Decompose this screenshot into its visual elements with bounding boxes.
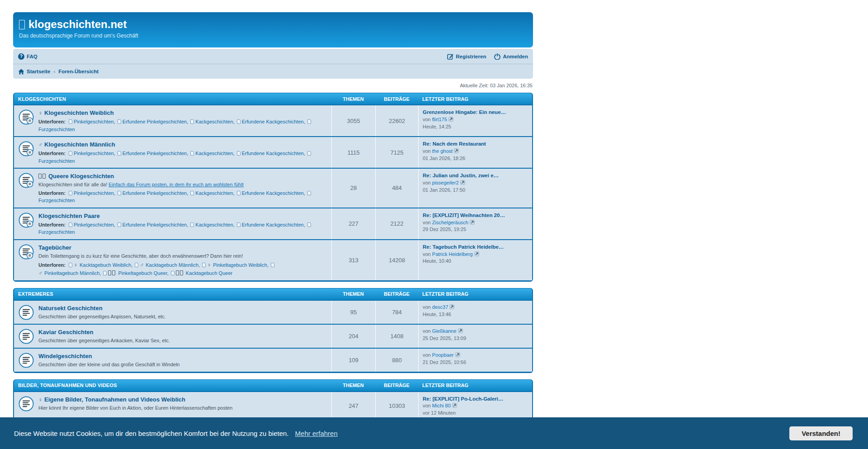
subforum-link[interactable]: Kackgeschichten <box>195 151 233 156</box>
subforum-link[interactable]: Pinkelgeschichten <box>74 222 114 227</box>
male-icon: ♂ <box>38 142 42 148</box>
posts-count: 10303 <box>375 392 418 421</box>
subforum-link[interactable]: Erfundene Pinkelgeschichten <box>123 119 187 124</box>
goto-last-post-icon <box>474 251 479 256</box>
breadcrumb-forum-overview-link[interactable]: Foren-Übersicht <box>58 69 99 74</box>
column-header-topics: THEMEN <box>331 96 375 102</box>
last-post-by: von pissegeiler2 <box>423 180 465 185</box>
subforum-link[interactable]: Erfundene Pinkelgeschichten <box>123 222 187 227</box>
topics-count: 109 <box>331 349 375 372</box>
forum-title-link[interactable]: Eigene Bilder, Tonaufnahmen und Videos W… <box>44 396 185 403</box>
topics-count: 1115 <box>331 137 375 168</box>
posts-count: 22602 <box>375 105 418 136</box>
subforum-list: Unterforen: Pinkelgeschichten, Erfundene… <box>38 150 328 165</box>
subforum-link[interactable]: Pinkeltagebuch Queer <box>118 270 167 276</box>
subforum-link[interactable]: Kacktagebuch Weiblich <box>80 262 131 268</box>
forum-title-link[interactable]: Klogeschichten Weiblich <box>44 109 114 116</box>
login-link[interactable]: Anmelden <box>494 53 528 60</box>
forum-title-link[interactable]: Kaviar Geschichten <box>38 329 93 336</box>
last-post-user-link[interactable]: Patrick Heidelberg <box>432 251 473 257</box>
breadcrumb-home-link[interactable]: Startseite <box>18 69 50 75</box>
last-post-topic-link[interactable]: Re: [EXPLIZIT] Weihnachten 20… <box>423 212 528 219</box>
subforum-link[interactable]: Erfundene Kackgeschichten <box>242 222 304 227</box>
category-title-link[interactable]: KLOGESCHICHTEN <box>14 96 331 102</box>
subforum-page-icon <box>307 191 311 195</box>
goto-last-post-icon <box>452 403 457 408</box>
last-post-user-link[interactable]: the ghost <box>432 148 453 154</box>
forum-title-line: Kaviar Geschichten <box>38 328 170 336</box>
subforum-link[interactable]: Erfundene Kackgeschichten <box>242 151 304 156</box>
goto-last-post-icon <box>455 352 460 357</box>
subforum-link[interactable]: Kackgeschichten <box>195 190 233 196</box>
last-post-user-link[interactable]: desc37 <box>432 304 448 310</box>
subforum-link[interactable]: Erfundene Kackgeschichten <box>242 119 304 124</box>
subforum-link[interactable]: Furzgeschichten <box>38 158 75 164</box>
cookie-accept-button[interactable]: Verstanden! <box>789 426 853 440</box>
column-header-last-post: LETZTER BEITRAG <box>418 383 532 388</box>
subforum-page-icon <box>271 263 274 267</box>
forum-texts: ♀Eigene Bilder, Tonaufnahmen und Videos … <box>38 395 232 411</box>
rainbow-flag-missing-glyph-icon <box>176 270 184 276</box>
last-post-topic-link[interactable]: Re: Tagebuch Patrick Heidelbe… <box>423 243 528 251</box>
subforum-page-icon <box>202 263 206 267</box>
forum-info-cell: Natursekt Geschichten Geschichten über g… <box>14 301 331 324</box>
forum-title-line: Klogeschichten Paare <box>38 212 328 220</box>
subforum-link[interactable]: Kacktagebuch Queer <box>186 270 232 276</box>
last-post-user-link[interactable]: Zischelgeräusch <box>432 220 468 225</box>
subforum-link[interactable]: Erfundene Pinkelgeschichten <box>123 190 187 196</box>
last-post-user-link[interactable]: pissegeiler2 <box>432 180 459 185</box>
subforum-link[interactable]: Pinkelgeschichten <box>74 119 114 124</box>
forum-title-link[interactable]: Klogeschichten Paare <box>38 213 100 219</box>
forum-description-link[interactable]: Einfach das Forum posten, in dem ihr euc… <box>108 182 243 187</box>
subforum-link[interactable]: Kackgeschichten <box>195 119 233 124</box>
subforum-link[interactable]: Furzgeschichten <box>38 127 75 132</box>
forum-row: Natursekt Geschichten Geschichten über g… <box>14 301 532 324</box>
last-post-user-link[interactable]: Gießkanne <box>432 328 457 334</box>
power-icon <box>494 53 500 60</box>
forum-list: KLOGESCHICHTEN THEMEN BEITRÄGE LETZTER B… <box>13 93 533 449</box>
subforum-link[interactable]: Erfundene Pinkelgeschichten <box>123 151 187 156</box>
column-header-last-post: LETZTER BEITRAG <box>418 291 532 297</box>
subforum-link[interactable]: Pinkelgeschichten <box>74 190 114 196</box>
forum-category: KLOGESCHICHTEN THEMEN BEITRÄGE LETZTER B… <box>13 93 533 282</box>
subforum-page-icon <box>69 191 72 195</box>
subforum-link[interactable]: Kackgeschichten <box>195 222 233 227</box>
last-post-user-link[interactable]: Michi 80 <box>432 403 451 408</box>
subforum-page-icon <box>171 271 175 275</box>
forum-title-link[interactable]: Tagebücher <box>38 244 71 251</box>
subforum-link[interactable]: Erfundene Kackgeschichten <box>242 190 304 196</box>
page-wrapper: klogeschichten.net Das deutschsprachige … <box>13 12 533 449</box>
cookie-learn-more-link[interactable]: Mehr erfahren <box>295 430 338 437</box>
subforum-link[interactable]: Pinkeltagebuch Weiblich <box>213 262 267 268</box>
last-post-cell: Re: Tagebuch Patrick Heidelbe… von Patri… <box>418 240 532 280</box>
forum-icon <box>18 109 34 125</box>
goto-last-post-icon <box>449 304 454 309</box>
subforum-link[interactable]: Kacktagebuch Männlich <box>146 262 198 268</box>
category-title-link[interactable]: BILDER, TONAUFNAHMEN UND VIDEOS <box>14 383 331 388</box>
forum-description: Geschichten über gegenseitiges Anpissen,… <box>38 313 166 320</box>
forum-title-link[interactable]: Klogeschichten Männlich <box>44 141 115 148</box>
subforum-page-icon <box>135 263 138 267</box>
category-title-link[interactable]: EXTREMERES <box>14 291 331 297</box>
last-post-topic-link[interactable]: Re: [EXPLICIT] Po-Loch-Galeri… <box>423 395 528 403</box>
last-post-topic-link[interactable]: Re: Julian und Justin, zwei e… <box>423 172 528 180</box>
last-post-user-link[interactable]: flirt175 <box>432 117 447 122</box>
subforum-link[interactable]: Furzgeschichten <box>38 229 75 235</box>
subforum-link[interactable]: Furzgeschichten <box>38 198 75 203</box>
subforum-link[interactable]: Pinkeltagebuch Männlich <box>44 270 99 276</box>
last-post-user-link[interactable]: Poopbaer <box>432 352 454 358</box>
forum-title-link[interactable]: Natursekt Geschichten <box>38 305 103 312</box>
forum-title-link[interactable]: Queere Klogeschichten <box>48 173 114 180</box>
last-post-topic-link[interactable]: Re: Nach dem Restaurant <box>423 140 528 148</box>
forum-row: Klogeschichten Paare Unterforen: Pinkelg… <box>14 208 532 239</box>
register-link[interactable]: Registrieren <box>447 53 486 60</box>
subforum-link[interactable]: Pinkelgeschichten <box>74 151 114 156</box>
forum-info-cell: ♀Klogeschichten Weiblich Unterforen: Pin… <box>14 105 331 136</box>
faq-link[interactable]: ? FAQ <box>18 53 38 60</box>
subforum-page-icon <box>118 191 121 195</box>
last-post-topic-link[interactable]: Grenzenlose Hingabe: Ein neue… <box>423 109 528 116</box>
category-header: BILDER, TONAUFNAHMEN UND VIDEOS THEMEN B… <box>14 380 532 391</box>
subforum-page-icon <box>237 191 241 195</box>
female-icon: ♀ <box>38 397 42 403</box>
forum-title-link[interactable]: Windelgeschichten <box>38 353 92 359</box>
